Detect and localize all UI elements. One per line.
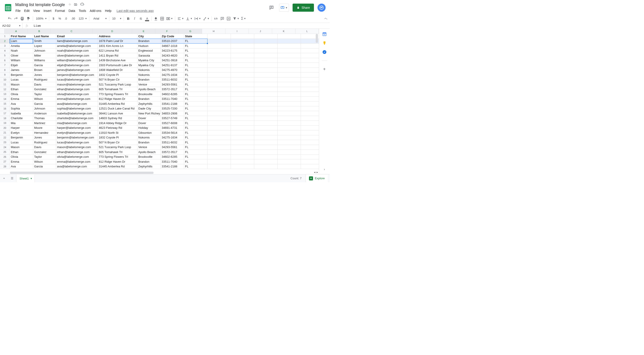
cell[interactable]: 33511-6032 (161, 140, 184, 145)
cell[interactable]: Amelia (10, 43, 33, 48)
cell[interactable]: Rodriguez (33, 77, 56, 82)
cell[interactable]: 1914 Abbey Ridge Dr (98, 121, 138, 126)
cell[interactable] (231, 155, 254, 160)
cell[interactable]: lucas@labelsmerge.com (56, 77, 98, 82)
cell[interactable]: mason@labelsmerge.com (56, 145, 98, 150)
cell[interactable] (254, 58, 278, 63)
redo-button[interactable] (13, 16, 19, 21)
row-header[interactable]: 28 (0, 164, 10, 169)
cell[interactable]: FL (184, 77, 208, 82)
cell[interactable] (278, 53, 301, 58)
row-header[interactable]: 27 (0, 159, 10, 164)
cell[interactable]: 34243-4620 (161, 53, 184, 58)
cell[interactable] (254, 82, 278, 87)
cell[interactable]: Davis (33, 145, 56, 150)
cell[interactable]: 34251-9137 (161, 63, 184, 68)
cell[interactable] (278, 63, 301, 68)
cell[interactable] (208, 145, 231, 150)
cell[interactable]: 34667-1018 (161, 43, 184, 48)
cell[interactable]: Benjamin (10, 135, 33, 140)
font-size-dropdown[interactable]: 10▼ (111, 16, 122, 21)
cell[interactable]: Oliver (10, 53, 33, 58)
cell[interactable]: FL (184, 106, 208, 111)
undo-button[interactable] (7, 16, 12, 21)
cell[interactable] (278, 130, 301, 135)
cell[interactable] (208, 34, 231, 39)
cell[interactable]: FL (184, 82, 208, 87)
cell[interactable]: FL (184, 58, 208, 63)
cell[interactable] (231, 72, 254, 77)
cell[interactable]: Apollo Beach (138, 87, 161, 92)
cell[interactable]: Last Name (33, 34, 56, 39)
cell[interactable]: FL (184, 130, 208, 135)
strikethrough-button[interactable]: S (138, 16, 144, 21)
cell[interactable]: Williams (33, 58, 56, 63)
insert-comment-button[interactable] (220, 16, 225, 21)
cell[interactable] (254, 121, 278, 126)
cell[interactable]: FL (184, 121, 208, 126)
cell[interactable] (231, 130, 254, 135)
cell[interactable]: FL (184, 145, 208, 150)
cell[interactable] (278, 34, 301, 39)
scroll-left-icon[interactable]: ◄ (314, 171, 316, 173)
scroll-right-icon[interactable]: ► (316, 171, 318, 173)
cell[interactable]: charlotte@labelsmerge.com (56, 116, 98, 121)
cell[interactable]: Lopez (33, 43, 56, 48)
share-button[interactable]: Share (292, 3, 314, 12)
cell[interactable]: Gonzalez (33, 150, 56, 155)
cell[interactable] (254, 106, 278, 111)
merge-cells-dropdown[interactable]: ▼ (166, 16, 174, 21)
cell[interactable]: ethan@labelsmerge.com (56, 150, 98, 155)
cell[interactable]: 33572-3517 (161, 87, 184, 92)
cell[interactable]: 521 Tuscanny Park Loop (98, 145, 138, 150)
cell[interactable] (231, 68, 254, 73)
cell[interactable] (278, 159, 301, 164)
cell[interactable] (254, 97, 278, 102)
menu-view[interactable]: View (32, 8, 42, 13)
cell[interactable]: 812 Ridge Haven Dr (98, 159, 138, 164)
cell[interactable]: FL (184, 53, 208, 58)
cell[interactable]: 1832 Coyote Pl (98, 72, 138, 77)
cell[interactable]: State (184, 34, 208, 39)
cell[interactable]: Dover (138, 121, 161, 126)
cell[interactable] (208, 155, 231, 160)
cell[interactable] (254, 116, 278, 121)
cell[interactable] (231, 34, 254, 39)
cell[interactable] (278, 155, 301, 160)
cell[interactable] (208, 126, 231, 131)
column-header[interactable]: H (202, 29, 226, 34)
cell[interactable] (208, 135, 231, 140)
cell[interactable]: Dade City (138, 106, 161, 111)
cell[interactable] (278, 135, 301, 140)
cell[interactable]: Isabella (10, 111, 33, 116)
cell[interactable]: Address (98, 34, 138, 39)
explore-button[interactable]: Explore (306, 174, 328, 182)
cell[interactable] (254, 126, 278, 131)
cell[interactable]: FL (184, 97, 208, 102)
cell[interactable]: Nokomis (138, 135, 161, 140)
row-header[interactable]: 13 (0, 92, 10, 97)
insert-link-button[interactable] (213, 16, 219, 21)
cell[interactable] (254, 63, 278, 68)
present-button[interactable]: ▼ (279, 3, 289, 12)
cell[interactable]: evelyn@labelsmerge.com (56, 130, 98, 135)
cell[interactable] (278, 43, 301, 48)
cell[interactable]: 34653-2906 (161, 111, 184, 116)
row-header[interactable]: 24 (0, 145, 10, 150)
cell[interactable]: 33525-7200 (161, 106, 184, 111)
row-header[interactable]: 5 (0, 53, 10, 58)
account-avatar[interactable] (318, 3, 326, 12)
cell[interactable] (208, 106, 231, 111)
cell[interactable]: FL (184, 39, 208, 44)
cell[interactable]: sophia@labelsmerge.com (56, 106, 98, 111)
cell[interactable]: Hudson (138, 43, 161, 48)
cell[interactable]: Davis (33, 82, 56, 87)
cell[interactable] (208, 63, 231, 68)
cell[interactable] (278, 39, 301, 44)
cell[interactable] (278, 48, 301, 53)
cell[interactable]: 33527-6008 (161, 121, 184, 126)
cell[interactable] (278, 116, 301, 121)
menu-data[interactable]: Data (67, 8, 77, 13)
cell[interactable]: FL (184, 101, 208, 106)
cell[interactable]: Jones (33, 135, 56, 140)
